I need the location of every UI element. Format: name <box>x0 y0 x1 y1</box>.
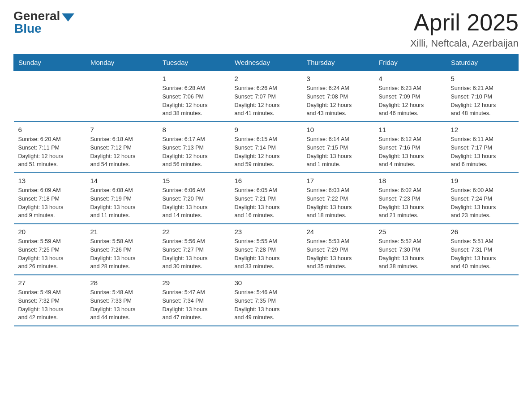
calendar-cell <box>446 275 519 326</box>
calendar-cell: 7Sunrise: 6:18 AM Sunset: 7:12 PM Daylig… <box>86 122 158 173</box>
calendar-cell: 10Sunrise: 6:14 AM Sunset: 7:15 PM Dayli… <box>302 122 374 173</box>
title-block: April 2025 Xilli, Neftcala, Azerbaijan <box>410 9 519 49</box>
day-number: 1 <box>163 75 226 82</box>
calendar-title: April 2025 <box>410 9 519 36</box>
day-number: 4 <box>379 75 442 82</box>
calendar-cell: 14Sunrise: 6:08 AM Sunset: 7:19 PM Dayli… <box>86 173 158 224</box>
day-number: 25 <box>379 228 442 235</box>
day-info: Sunrise: 6:15 AM Sunset: 7:14 PM Dayligh… <box>235 135 298 169</box>
day-info: Sunrise: 5:55 AM Sunset: 7:28 PM Dayligh… <box>235 237 298 271</box>
day-info: Sunrise: 5:46 AM Sunset: 7:35 PM Dayligh… <box>235 288 298 322</box>
day-info: Sunrise: 6:26 AM Sunset: 7:07 PM Dayligh… <box>235 84 298 118</box>
header-tuesday: Tuesday <box>158 54 230 71</box>
calendar-cell: 8Sunrise: 6:17 AM Sunset: 7:13 PM Daylig… <box>158 122 230 173</box>
calendar-cell: 15Sunrise: 6:06 AM Sunset: 7:20 PM Dayli… <box>158 173 230 224</box>
day-info: Sunrise: 6:23 AM Sunset: 7:09 PM Dayligh… <box>379 84 442 118</box>
logo-arrow-icon <box>62 13 74 21</box>
day-number: 17 <box>307 177 370 184</box>
day-number: 7 <box>90 126 154 133</box>
calendar-cell: 26Sunrise: 5:51 AM Sunset: 7:31 PM Dayli… <box>446 224 519 275</box>
day-info: Sunrise: 5:51 AM Sunset: 7:31 PM Dayligh… <box>451 237 514 271</box>
day-number: 21 <box>90 228 154 235</box>
day-info: Sunrise: 6:09 AM Sunset: 7:18 PM Dayligh… <box>18 186 82 220</box>
day-number: 13 <box>18 177 82 184</box>
day-number: 22 <box>163 228 226 235</box>
calendar-cell: 4Sunrise: 6:23 AM Sunset: 7:09 PM Daylig… <box>374 71 446 122</box>
calendar-header: SundayMondayTuesdayWednesdayThursdayFrid… <box>14 54 519 71</box>
day-info: Sunrise: 5:47 AM Sunset: 7:34 PM Dayligh… <box>163 288 226 322</box>
day-number: 27 <box>18 279 82 287</box>
calendar-cell: 28Sunrise: 5:48 AM Sunset: 7:33 PM Dayli… <box>86 275 158 326</box>
day-info: Sunrise: 6:05 AM Sunset: 7:21 PM Dayligh… <box>235 186 298 220</box>
calendar-cell: 9Sunrise: 6:15 AM Sunset: 7:14 PM Daylig… <box>230 122 302 173</box>
day-info: Sunrise: 6:03 AM Sunset: 7:22 PM Dayligh… <box>307 186 370 220</box>
calendar-cell: 29Sunrise: 5:47 AM Sunset: 7:34 PM Dayli… <box>158 275 230 326</box>
calendar-cell: 30Sunrise: 5:46 AM Sunset: 7:35 PM Dayli… <box>230 275 302 326</box>
calendar-cell: 1Sunrise: 6:28 AM Sunset: 7:06 PM Daylig… <box>158 71 230 122</box>
calendar-cell: 27Sunrise: 5:49 AM Sunset: 7:32 PM Dayli… <box>14 275 86 326</box>
day-number: 20 <box>18 228 82 235</box>
day-info: Sunrise: 5:59 AM Sunset: 7:25 PM Dayligh… <box>18 237 82 271</box>
day-number: 18 <box>379 177 442 184</box>
day-info: Sunrise: 5:49 AM Sunset: 7:32 PM Dayligh… <box>18 288 82 322</box>
day-number: 16 <box>235 177 298 184</box>
calendar-cell <box>302 275 374 326</box>
day-number: 5 <box>451 75 514 82</box>
logo-blue-text: Blue <box>13 21 42 36</box>
page-header: General Blue April 2025 Xilli, Neftcala,… <box>13 9 519 49</box>
week-row-3: 13Sunrise: 6:09 AM Sunset: 7:18 PM Dayli… <box>14 173 519 224</box>
day-number: 9 <box>235 126 298 133</box>
day-number: 6 <box>18 126 82 133</box>
calendar-cell: 12Sunrise: 6:11 AM Sunset: 7:17 PM Dayli… <box>446 122 519 173</box>
week-row-4: 20Sunrise: 5:59 AM Sunset: 7:25 PM Dayli… <box>14 224 519 275</box>
day-number: 3 <box>307 75 370 82</box>
calendar-cell: 6Sunrise: 6:20 AM Sunset: 7:11 PM Daylig… <box>14 122 86 173</box>
day-number: 11 <box>379 126 442 133</box>
calendar-header-row: SundayMondayTuesdayWednesdayThursdayFrid… <box>14 54 519 71</box>
day-number: 29 <box>163 279 226 287</box>
calendar-body: 1Sunrise: 6:28 AM Sunset: 7:06 PM Daylig… <box>14 71 519 326</box>
day-info: Sunrise: 6:17 AM Sunset: 7:13 PM Dayligh… <box>163 135 226 169</box>
day-number: 26 <box>451 228 514 235</box>
day-info: Sunrise: 5:48 AM Sunset: 7:33 PM Dayligh… <box>90 288 154 322</box>
calendar-cell: 11Sunrise: 6:12 AM Sunset: 7:16 PM Dayli… <box>374 122 446 173</box>
header-monday: Monday <box>86 54 158 71</box>
day-number: 15 <box>163 177 226 184</box>
calendar-cell: 21Sunrise: 5:58 AM Sunset: 7:26 PM Dayli… <box>86 224 158 275</box>
day-info: Sunrise: 6:24 AM Sunset: 7:08 PM Dayligh… <box>307 84 370 118</box>
calendar-cell: 17Sunrise: 6:03 AM Sunset: 7:22 PM Dayli… <box>302 173 374 224</box>
calendar-cell <box>374 275 446 326</box>
day-number: 24 <box>307 228 370 235</box>
day-info: Sunrise: 6:02 AM Sunset: 7:23 PM Dayligh… <box>379 186 442 220</box>
day-number: 8 <box>163 126 226 133</box>
day-number: 19 <box>451 177 514 184</box>
logo: General Blue <box>13 9 74 36</box>
day-info: Sunrise: 5:53 AM Sunset: 7:29 PM Dayligh… <box>307 237 370 271</box>
day-number: 28 <box>90 279 154 287</box>
calendar-cell: 18Sunrise: 6:02 AM Sunset: 7:23 PM Dayli… <box>374 173 446 224</box>
calendar-cell: 25Sunrise: 5:52 AM Sunset: 7:30 PM Dayli… <box>374 224 446 275</box>
calendar-cell: 23Sunrise: 5:55 AM Sunset: 7:28 PM Dayli… <box>230 224 302 275</box>
week-row-2: 6Sunrise: 6:20 AM Sunset: 7:11 PM Daylig… <box>14 122 519 173</box>
day-info: Sunrise: 5:52 AM Sunset: 7:30 PM Dayligh… <box>379 237 442 271</box>
calendar-cell <box>86 71 158 122</box>
header-thursday: Thursday <box>302 54 374 71</box>
calendar-cell: 24Sunrise: 5:53 AM Sunset: 7:29 PM Dayli… <box>302 224 374 275</box>
day-number: 2 <box>235 75 298 82</box>
day-info: Sunrise: 5:58 AM Sunset: 7:26 PM Dayligh… <box>90 237 154 271</box>
day-info: Sunrise: 6:00 AM Sunset: 7:24 PM Dayligh… <box>451 186 514 220</box>
calendar-cell <box>14 71 86 122</box>
day-info: Sunrise: 6:21 AM Sunset: 7:10 PM Dayligh… <box>451 84 514 118</box>
day-info: Sunrise: 6:14 AM Sunset: 7:15 PM Dayligh… <box>307 135 370 169</box>
day-number: 30 <box>235 279 298 287</box>
calendar-cell: 5Sunrise: 6:21 AM Sunset: 7:10 PM Daylig… <box>446 71 519 122</box>
calendar-cell: 3Sunrise: 6:24 AM Sunset: 7:08 PM Daylig… <box>302 71 374 122</box>
header-wednesday: Wednesday <box>230 54 302 71</box>
calendar-subtitle: Xilli, Neftcala, Azerbaijan <box>410 38 519 49</box>
header-friday: Friday <box>374 54 446 71</box>
week-row-1: 1Sunrise: 6:28 AM Sunset: 7:06 PM Daylig… <box>14 71 519 122</box>
header-sunday: Sunday <box>14 54 86 71</box>
day-info: Sunrise: 6:08 AM Sunset: 7:19 PM Dayligh… <box>90 186 154 220</box>
day-number: 10 <box>307 126 370 133</box>
calendar-cell: 22Sunrise: 5:56 AM Sunset: 7:27 PM Dayli… <box>158 224 230 275</box>
